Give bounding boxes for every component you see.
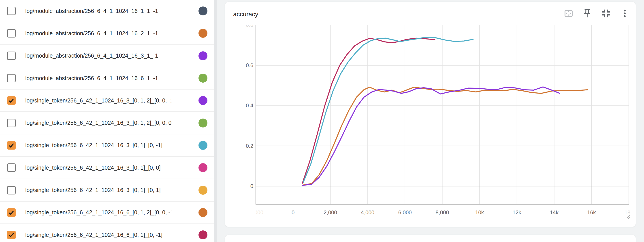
run-list-item: log/module_abstraction/256_6_4_1_1024_16… <box>0 0 214 22</box>
y-axis-tick-label: 0.6 <box>246 62 253 68</box>
run-label: log/module_abstraction/256_6_4_1_1024_16… <box>25 75 172 82</box>
next-scalar-card <box>225 235 636 242</box>
run-color-dot <box>198 29 208 38</box>
run-checkbox-unchecked[interactable] <box>7 74 16 82</box>
run-list-item: log/single_token/256_6_42_1_1024_16_3_[0… <box>0 134 214 157</box>
x-axis-tick-label: 0 <box>292 209 294 216</box>
run-checkbox-unchecked[interactable] <box>7 52 16 60</box>
run-list-item: log/single_token/256_6_42_1_1024_16_6_[0… <box>0 202 214 224</box>
run-checkbox-unchecked[interactable] <box>7 7 16 15</box>
run-list-item: log/module_abstraction/256_6_4_1_1024_16… <box>0 22 214 45</box>
x-axis-tick-label: 6,000 <box>398 209 412 216</box>
run-color-dot <box>198 186 208 195</box>
run-checkbox-checked[interactable] <box>7 231 16 239</box>
run-label: log/single_token/256_6_42_1_1024_16_6_[0… <box>25 232 172 238</box>
run-checkbox-unchecked[interactable] <box>7 163 16 172</box>
x-axis-tick-label: 8,000 <box>436 209 449 216</box>
run-selector-panel: log/module_abstraction/256_6_4_1_1024_16… <box>0 0 214 242</box>
x-axis-tick-label: 10k <box>475 209 484 216</box>
y-axis-tick-label: 0.8 <box>246 22 253 28</box>
run-list-item: log/single_token/256_6_42_1_1024_16_3_[0… <box>0 112 214 134</box>
run-color-dot <box>198 51 208 60</box>
run-color-dot <box>198 74 208 83</box>
run-color-dot <box>198 141 208 150</box>
run-checkbox-checked[interactable] <box>7 208 16 217</box>
x-axis-tick-label: 12k <box>513 209 522 216</box>
run-checkbox-unchecked[interactable] <box>7 29 16 37</box>
run-list-item: log/single_token/256_6_42_1_1024_16_3_[0… <box>0 157 214 179</box>
x-axis-tick-label: 18k <box>624 209 634 216</box>
run-label: log/single_token/256_6_42_1_1024_16_3_[0… <box>25 187 172 193</box>
run-color-dot <box>198 208 208 217</box>
run-checkbox-unchecked[interactable] <box>7 119 16 127</box>
accuracy-line-chart[interactable]: -2,00002,0004,0006,0008,00010k12k14k16k1… <box>225 2 636 227</box>
run-label: log/single_token/256_6_42_1_1024_16_3_[0… <box>25 142 172 148</box>
x-axis-tick-label: 16k <box>587 209 596 216</box>
series-line[interactable] <box>302 38 435 183</box>
x-axis-tick-label: 2,000 <box>324 209 337 216</box>
run-list-item: log/single_token/256_6_42_1_1024_16_3_[0… <box>0 179 214 201</box>
y-axis-tick-label: 0.2 <box>246 143 253 149</box>
run-list-item: log/single_token/256_6_42_1_1024_16_3_[0… <box>0 90 214 112</box>
y-axis-tick-label: 0.4 <box>246 103 253 109</box>
run-color-dot <box>198 230 208 239</box>
run-label: log/single_token/256_6_42_1_1024_16_3_[0… <box>25 120 172 126</box>
x-axis-tick-label: -2,000 <box>248 209 263 216</box>
run-list-item: log/single_token/256_6_42_1_1024_16_6_[0… <box>0 224 214 242</box>
run-color-dot <box>198 163 208 172</box>
run-checkbox-unchecked[interactable] <box>7 186 16 194</box>
run-label: log/single_token/256_6_42_1_1024_16_6_[0… <box>25 209 172 216</box>
series-line[interactable] <box>302 87 560 185</box>
card-resize-handle[interactable] <box>627 215 630 219</box>
run-color-dot <box>198 6 208 15</box>
run-color-dot <box>198 119 208 127</box>
run-label: log/single_token/256_6_42_1_1024_16_3_[0… <box>25 164 172 171</box>
y-axis-tick-label: 0 <box>250 183 253 189</box>
run-list-item: log/module_abstraction/256_6_4_1_1024_16… <box>0 67 214 90</box>
run-list-item: log/module_abstraction/256_6_4_1_1024_16… <box>0 45 214 67</box>
run-label: log/single_token/256_6_42_1_1024_16_3_[0… <box>25 97 172 104</box>
runs-scrollbar[interactable] <box>214 0 217 242</box>
series-line[interactable] <box>302 87 588 185</box>
run-label: log/module_abstraction/256_6_4_1_1024_16… <box>25 8 172 14</box>
run-label: log/module_abstraction/256_6_4_1_1024_16… <box>25 30 172 37</box>
x-axis-tick-label: 4,000 <box>361 209 374 216</box>
run-checkbox-checked[interactable] <box>7 141 16 150</box>
run-label: log/module_abstraction/256_6_4_1_1024_16… <box>25 52 172 59</box>
scalar-card-accuracy: accuracy -2,00002,0004,0006,0008,00010k1… <box>225 2 636 227</box>
run-color-dot <box>198 96 208 105</box>
x-axis-tick-label: 14k <box>550 209 559 216</box>
run-checkbox-checked[interactable] <box>7 96 16 105</box>
series-line[interactable] <box>304 37 473 182</box>
